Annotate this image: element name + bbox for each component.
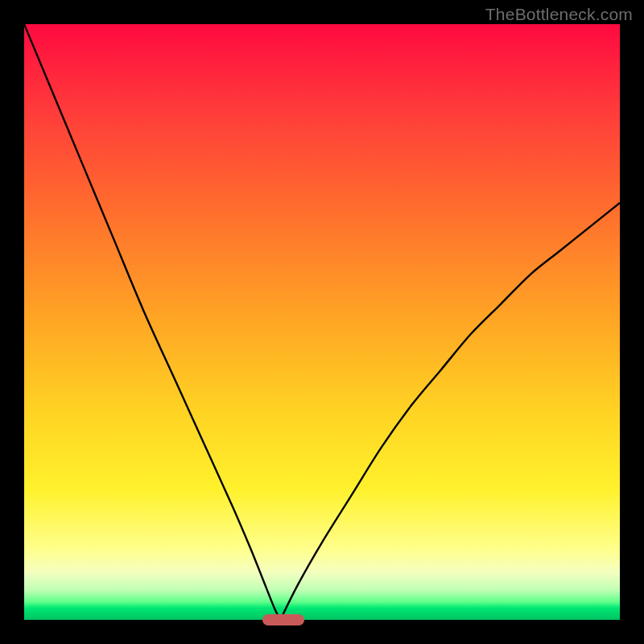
curve-left-branch xyxy=(24,24,280,620)
sweet-spot-marker xyxy=(262,614,304,625)
plot-area xyxy=(24,24,620,620)
chart-frame: TheBottleneck.com xyxy=(0,0,644,644)
watermark-text: TheBottleneck.com xyxy=(485,5,633,24)
bottleneck-curve xyxy=(24,24,620,620)
curve-right-branch xyxy=(280,203,620,620)
